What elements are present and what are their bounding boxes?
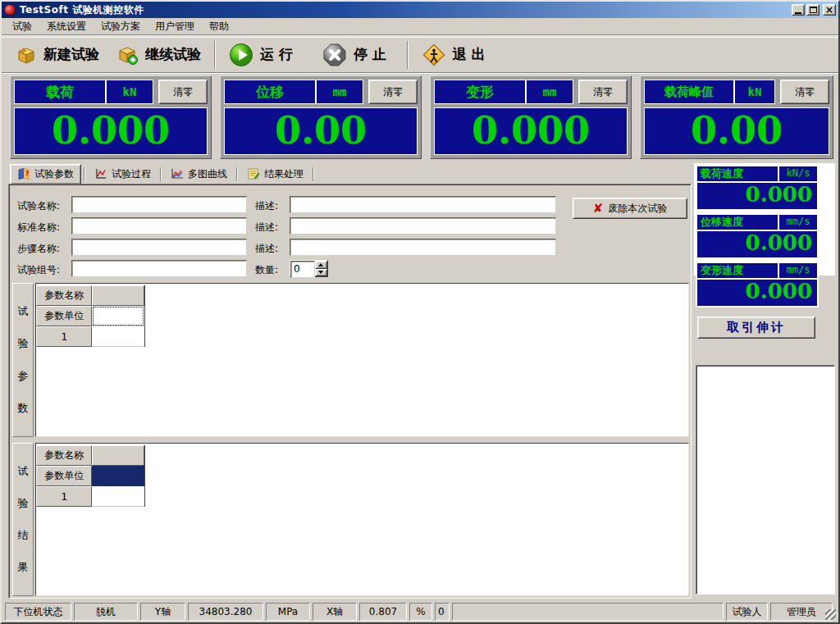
quantity-up-button[interactable]	[315, 261, 327, 269]
tab-separator	[313, 167, 314, 181]
stop-icon	[322, 43, 347, 67]
app-window: TestSoft 试验机测控软件 × 试验 系统设置 试验方案 用户管理 帮助 …	[0, 0, 840, 624]
param-name-cell[interactable]	[92, 285, 144, 306]
param-unit-header[interactable]: 参数单位	[36, 306, 92, 326]
minimize-button[interactable]	[792, 4, 805, 16]
displacement-speed-label: 位移速度	[697, 215, 779, 230]
maximize-button[interactable]	[806, 4, 819, 16]
load-speed-label: 载荷速度	[697, 166, 779, 181]
menu-bar: 试验 系统设置 试验方案 用户管理 帮助	[2, 18, 838, 35]
continue-test-label: 继续试验	[145, 45, 201, 64]
step-name-input[interactable]	[71, 239, 247, 256]
menu-test[interactable]: 试验	[5, 18, 39, 35]
standard-desc-input[interactable]	[290, 217, 556, 235]
resize-grip[interactable]	[825, 609, 836, 620]
param-row1-cell[interactable]	[92, 326, 144, 347]
param-row1-header[interactable]: 1	[36, 326, 92, 347]
test-name-desc-label: 描述:	[255, 199, 278, 213]
title-bar[interactable]: TestSoft 试验机测控软件 ×	[2, 2, 838, 18]
tab-multi-curves[interactable]: 多图曲线	[164, 165, 234, 184]
run-label: 运 行	[260, 45, 293, 64]
continue-test-box-icon	[117, 44, 139, 66]
status-y-axis-label: Y轴	[140, 603, 185, 621]
quantity-value[interactable]: 0	[290, 261, 315, 278]
run-button[interactable]: 运 行	[220, 39, 302, 71]
param-name-header[interactable]: 参数名称	[36, 285, 92, 306]
displacement-value: 0.00	[224, 107, 418, 155]
deformation-label: 变形	[435, 80, 527, 103]
test-name-desc-input[interactable]	[290, 196, 556, 213]
peak-load-label: 载荷峰值	[645, 80, 735, 103]
minimize-icon	[795, 12, 801, 14]
deformation-speed-label: 变形速度	[697, 263, 779, 278]
tab-result-processing[interactable]: 结果处理	[240, 165, 310, 184]
deformation-clear-button[interactable]: 清零	[578, 80, 628, 104]
tab-test-parameters[interactable]: ? 试验参数	[10, 164, 81, 184]
test-name-input[interactable]	[71, 196, 247, 213]
test-parameters-icon: ?	[17, 167, 30, 180]
tab-bar: ? 试验参数 试验过程 多图曲线	[10, 164, 317, 184]
result-listbox[interactable]	[696, 365, 835, 594]
quantity-label: 数量:	[255, 263, 278, 277]
extensometer-button[interactable]: 取引伸计	[697, 317, 815, 339]
load-unit: kN	[107, 80, 153, 103]
displacement-speed-value: 0.000	[697, 231, 817, 256]
step-desc-input[interactable]	[290, 239, 556, 256]
displacement-clear-button[interactable]: 清零	[368, 80, 418, 104]
displacement-display-panel: 位移 mm 清零 0.00	[220, 75, 422, 159]
result-row1-cell[interactable]	[92, 486, 144, 507]
result-row1-header[interactable]: 1	[36, 486, 92, 507]
side-char: 结	[18, 528, 29, 543]
test-parameters-grid-area[interactable]: 参数名称 参数单位 1	[35, 283, 689, 437]
status-operator-label: 试验人	[726, 603, 768, 621]
test-results-grid-area[interactable]: 参数名称 参数单位 1	[35, 443, 689, 596]
standard-name-input[interactable]	[71, 217, 247, 235]
deformation-value: 0.000	[434, 107, 628, 155]
menu-help[interactable]: 帮助	[202, 18, 236, 35]
side-char: 果	[18, 560, 29, 575]
toolbar: 新建试验 继续试验 运 行	[2, 37, 838, 73]
tab-multi-curves-label: 多图曲线	[188, 167, 227, 181]
load-speed-unit: kN/s	[779, 166, 817, 181]
step-desc-label: 描述:	[255, 242, 278, 256]
displacement-speed-panel: 位移速度 mm/s 0.000	[696, 213, 819, 259]
close-icon: ×	[825, 6, 833, 14]
stop-button[interactable]: 停 止	[313, 39, 395, 71]
status-message	[452, 603, 724, 621]
side-char: 验	[18, 496, 29, 511]
new-test-label: 新建试验	[43, 45, 99, 64]
result-unit-cell-selected[interactable]	[92, 466, 144, 486]
param-unit-cell[interactable]	[92, 306, 144, 326]
run-play-icon	[229, 43, 253, 67]
status-offline-value: 脱机	[74, 603, 138, 621]
deformation-speed-value: 0.000	[697, 280, 817, 304]
side-char: 验	[18, 336, 29, 351]
exit-label: 退 出	[453, 45, 486, 64]
side-char: 试	[18, 464, 29, 479]
status-counter: 0	[435, 603, 450, 621]
result-name-cell[interactable]	[92, 445, 144, 466]
maximize-icon	[810, 7, 817, 13]
standard-desc-label: 描述:	[255, 221, 278, 235]
exit-button[interactable]: 退 出	[413, 39, 495, 71]
result-name-header[interactable]: 参数名称	[36, 445, 92, 466]
test-group-input[interactable]	[71, 260, 247, 277]
side-char: 试	[18, 304, 29, 319]
app-icon	[4, 4, 16, 16]
svg-text:?: ?	[25, 170, 29, 178]
menu-system-settings[interactable]: 系统设置	[39, 18, 94, 35]
discard-test-button[interactable]: ✘ 废除本次试验	[573, 198, 687, 219]
tab-test-process[interactable]: 试验过程	[88, 165, 158, 184]
peak-load-clear-button[interactable]: 清零	[780, 80, 829, 104]
continue-test-button[interactable]: 继续试验	[108, 41, 210, 69]
menu-user-management[interactable]: 用户管理	[148, 18, 202, 35]
load-clear-button[interactable]: 清零	[158, 80, 208, 104]
close-button[interactable]: ×	[823, 4, 836, 16]
menu-test-scheme[interactable]: 试验方案	[94, 18, 148, 35]
result-processing-icon	[247, 167, 260, 180]
quantity-stepper[interactable]: 0	[290, 260, 328, 277]
quantity-down-button[interactable]	[315, 269, 327, 277]
new-test-button[interactable]: 新建试验	[7, 41, 108, 69]
result-unit-header[interactable]: 参数单位	[36, 466, 92, 486]
deformation-speed-unit: mm/s	[779, 263, 817, 278]
